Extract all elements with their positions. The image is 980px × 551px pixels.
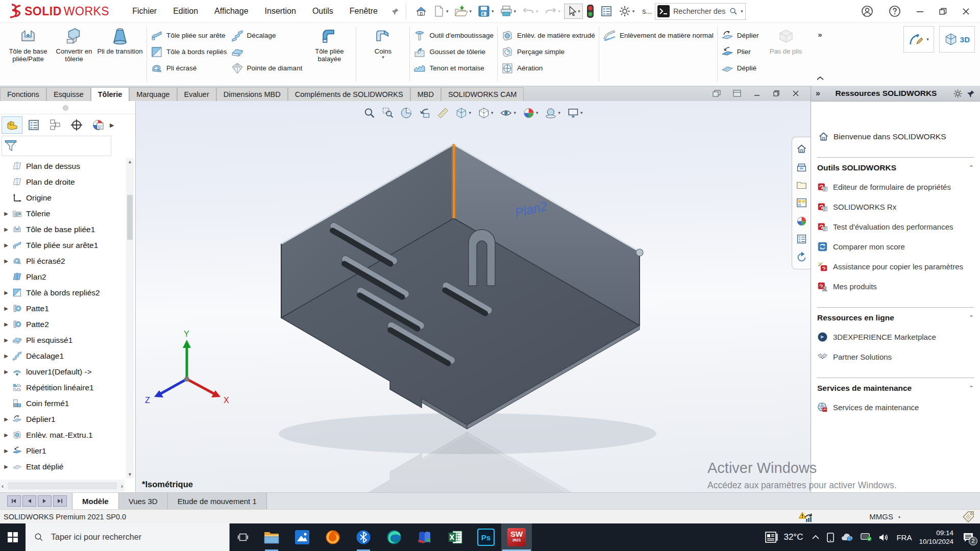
edge-flange-button[interactable]: Tôle pliée sur arête bbox=[151, 28, 227, 43]
taskbar-solidworks[interactable]: SW2021 bbox=[501, 523, 532, 551]
tree-scrollbar-thumb[interactable] bbox=[127, 195, 133, 240]
section-collapse-icon[interactable]: ⌃ bbox=[969, 164, 974, 171]
tree-item-pli-esquisse1[interactable]: ▶Pli esquissé1 bbox=[0, 332, 125, 348]
tree-item-repetition-lineaire1[interactable]: Répétition linéaire1 bbox=[0, 380, 125, 395]
pane-pin-icon[interactable] bbox=[967, 89, 975, 98]
hide-show-items-button[interactable]: ▾ bbox=[500, 107, 516, 119]
tree-item-pli-ecrase2[interactable]: ▶Pli écrasé2 bbox=[0, 253, 125, 269]
crushed-bend-button[interactable]: Pli écrasé bbox=[151, 61, 227, 76]
welcome-link[interactable]: Bienvenue dans SOLIDWORKS bbox=[811, 102, 980, 142]
doc-tile-icon[interactable] bbox=[733, 90, 741, 97]
sketched-bend-button[interactable] bbox=[231, 44, 303, 59]
edit-appearance-button[interactable]: ▾ bbox=[523, 107, 538, 119]
menu-fenetre[interactable]: Fenêtre bbox=[350, 7, 378, 16]
first-tab-button[interactable] bbox=[7, 495, 21, 507]
tree-item-origine[interactable]: Origine bbox=[0, 190, 125, 206]
language-indicator[interactable]: FRA bbox=[896, 533, 912, 542]
tree-item-deplier1[interactable]: ▶Déplier1 bbox=[0, 411, 125, 427]
solidworks-rx-link[interactable]: SOLIDWORKS Rx bbox=[817, 202, 974, 212]
convert-to-sheetmetal-button[interactable]: Convertir en tôlerie bbox=[51, 24, 97, 63]
volume-icon[interactable] bbox=[879, 533, 889, 542]
tree-item-coin-ferme1[interactable]: Coin fermé1 bbox=[0, 395, 125, 411]
performance-warning-icon[interactable] bbox=[798, 511, 813, 522]
tab-evaluer[interactable]: Evaluer bbox=[177, 87, 216, 101]
new-dropdown[interactable]: ▾ bbox=[446, 9, 449, 14]
panel-tabs-overflow-icon[interactable]: ▶ bbox=[110, 122, 114, 129]
view-orientation-button[interactable]: ▾ bbox=[455, 107, 471, 119]
corners-dropdown[interactable]: ▾ bbox=[382, 55, 384, 60]
sketch-tool-dropdown[interactable]: ▾ bbox=[926, 37, 929, 42]
doc-cascade-icon[interactable] bbox=[713, 90, 721, 97]
tree-item-tolerie-folder[interactable]: ▶Tôlerie bbox=[0, 206, 125, 221]
appearances-scenes-icon[interactable] bbox=[796, 216, 807, 227]
compare-score-link[interactable]: Comparer mon score bbox=[817, 241, 974, 252]
no-bends-button[interactable]: Pas de plis bbox=[763, 24, 809, 55]
graphics-viewport[interactable]: ▾ ▾ ▾ ▾ ▾ ▾ bbox=[136, 101, 811, 492]
print-button[interactable]: ▾ bbox=[498, 4, 519, 19]
tree-item-plan2[interactable]: Plan2 bbox=[0, 269, 125, 285]
help-icon[interactable] bbox=[889, 5, 901, 17]
file-explorer-icon[interactable] bbox=[796, 180, 807, 190]
home-button[interactable] bbox=[412, 4, 430, 19]
display-style-button[interactable]: ▾ bbox=[478, 107, 494, 119]
search-dropdown[interactable]: ▾ bbox=[741, 9, 743, 14]
appearance-dropdown[interactable]: ▾ bbox=[536, 111, 538, 115]
corners-button[interactable]: Coins▾ bbox=[360, 24, 406, 60]
forum-sync-icon[interactable] bbox=[796, 252, 807, 263]
command-search-box[interactable]: Rechercher des comm ▾ bbox=[655, 3, 746, 20]
interrupt-traffic-light-icon[interactable] bbox=[584, 3, 597, 20]
tray-expand-icon[interactable] bbox=[812, 535, 820, 540]
tree-item-plan-de-droite[interactable]: Plan de droite bbox=[0, 174, 125, 190]
tab-esquisse[interactable]: Esquisse bbox=[46, 87, 91, 101]
flatten-button[interactable]: Déplié bbox=[721, 61, 759, 76]
ribbon-collapse-icon[interactable] bbox=[816, 76, 824, 81]
restore-button[interactable] bbox=[939, 8, 947, 15]
tab-vues-3d[interactable]: Vues 3D bbox=[119, 493, 168, 509]
tree-filter-bar[interactable] bbox=[2, 136, 111, 156]
tab-dimensions-mbd[interactable]: Dimensions MBD bbox=[216, 87, 288, 101]
last-tab-button[interactable] bbox=[53, 495, 67, 507]
tab-and-slot-button[interactable]: Tenon et mortaise bbox=[413, 61, 494, 76]
tab-fonctions[interactable]: Fonctions bbox=[0, 87, 46, 101]
next-tab-button[interactable] bbox=[38, 495, 52, 507]
tree-item-decalage1[interactable]: ▶Décalage1 bbox=[0, 348, 125, 364]
dimxpertmanager-tab[interactable] bbox=[66, 116, 87, 134]
taskbar-search-box[interactable]: Taper ici pour rechercher bbox=[26, 523, 230, 551]
configurationmanager-tab[interactable] bbox=[44, 116, 65, 134]
view-settings-dropdown[interactable]: ▾ bbox=[580, 111, 583, 115]
measure-button[interactable] bbox=[437, 107, 449, 119]
diamond-point-button[interactable]: Pointe de diamant bbox=[231, 61, 303, 76]
collapsed-toolbar-hint[interactable]: s... bbox=[642, 7, 652, 15]
performance-benchmark-link[interactable]: Test d'évaluation des performances bbox=[817, 221, 974, 232]
lofted-bend-button[interactable]: Pli de transition bbox=[97, 24, 143, 55]
doc-close-icon[interactable] bbox=[792, 90, 799, 97]
extruded-cut-button[interactable]: Enlèv. de matière extrudé bbox=[501, 28, 595, 43]
task-view-button[interactable] bbox=[230, 523, 256, 551]
select-dropdown[interactable]: ▾ bbox=[578, 9, 580, 14]
undo-button[interactable]: ▾ bbox=[520, 4, 541, 19]
redo-dropdown[interactable]: ▾ bbox=[558, 9, 561, 14]
tree-horizontal-scrollbar[interactable]: ‹› bbox=[0, 480, 125, 492]
tab-modele[interactable]: Modèle bbox=[72, 493, 119, 509]
taskbar-bluetooth[interactable] bbox=[348, 523, 379, 551]
menu-affichage[interactable]: Affichage bbox=[214, 7, 248, 16]
maintenance-services-link[interactable]: Services de maintenance bbox=[817, 402, 974, 413]
account-icon[interactable] bbox=[861, 5, 873, 17]
view-orientation-dropdown[interactable]: ▾ bbox=[469, 111, 471, 115]
section-view-button[interactable] bbox=[400, 107, 412, 119]
3d-view-button[interactable]: 3D bbox=[939, 26, 975, 53]
prev-tab-button[interactable] bbox=[22, 495, 36, 507]
minimize-button[interactable] bbox=[916, 8, 924, 15]
menu-fichier[interactable]: Fichier bbox=[132, 7, 157, 16]
taskbar-photos[interactable] bbox=[287, 523, 317, 551]
onedrive-icon[interactable] bbox=[841, 533, 853, 541]
pane-options-gear-icon[interactable] bbox=[953, 89, 963, 98]
pc-status-icon[interactable] bbox=[861, 533, 872, 541]
base-flange-button[interactable]: Tôle de base pliée/Patte bbox=[5, 24, 51, 63]
save-button[interactable]: ▾ bbox=[475, 4, 497, 19]
taskbar-file-explorer[interactable] bbox=[256, 523, 287, 551]
miter-flange-button[interactable]: Tôle à bords repliés bbox=[151, 44, 227, 59]
taskbar-photoshop[interactable]: Ps bbox=[471, 523, 501, 551]
vent-button[interactable]: Aération bbox=[501, 61, 595, 76]
sketch-tool-button[interactable]: ▾ bbox=[903, 26, 934, 53]
